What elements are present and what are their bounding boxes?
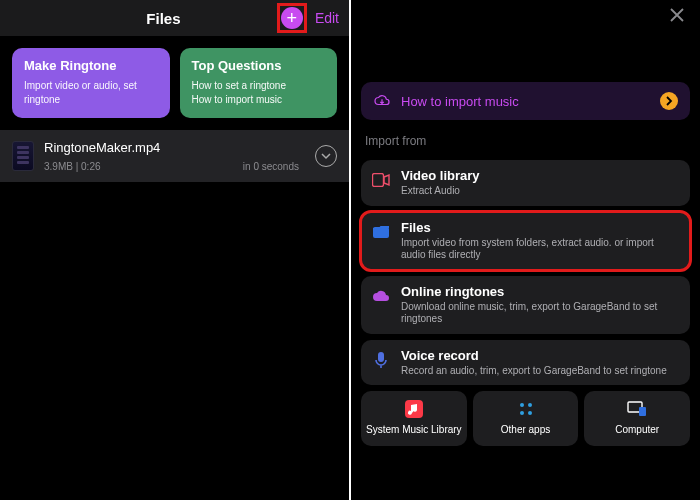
grid-computer[interactable]: Computer (584, 391, 690, 446)
file-age: in 0 seconds (243, 161, 299, 172)
bottom-grid: System Music Library Other apps Computer (361, 391, 690, 446)
grid-label: Other apps (501, 424, 550, 436)
option-title: Voice record (401, 348, 667, 363)
chevron-right-icon (665, 96, 673, 106)
svg-point-7 (528, 411, 532, 415)
grid-label: System Music Library (366, 424, 462, 436)
file-row[interactable]: RingtoneMaker.mp4 3.9MB | 0:26 in 0 seco… (0, 130, 349, 182)
folder-icon (371, 222, 391, 242)
grid-label: Computer (615, 424, 659, 436)
apps-grid-icon (516, 399, 536, 419)
banner-text: How to import music (401, 94, 650, 109)
option-video-library[interactable]: Video library Extract Audio (361, 160, 690, 206)
chevron-down-icon (321, 151, 331, 161)
add-button-highlight: + (277, 3, 307, 33)
edit-button[interactable]: Edit (307, 10, 339, 26)
plus-icon: + (287, 9, 298, 27)
left-body: Make Ringtone Import video or audio, set… (0, 36, 349, 500)
grid-other-apps[interactable]: Other apps (473, 391, 579, 446)
computer-icon (627, 399, 647, 419)
how-to-banner[interactable]: How to import music (361, 82, 690, 120)
top-questions-card[interactable]: Top Questions How to set a ringtone How … (180, 48, 338, 118)
card-title: Top Questions (192, 58, 326, 73)
file-meta: 3.9MB | 0:26 (44, 161, 101, 172)
option-desc: Record an audio, trim, export to GarageB… (401, 365, 667, 378)
svg-point-5 (528, 403, 532, 407)
option-title: Online ringtones (401, 284, 680, 299)
cloud-download-icon (373, 94, 391, 108)
grid-system-music[interactable]: System Music Library (361, 391, 467, 446)
section-label: Import from (351, 128, 700, 154)
page-title: Files (50, 10, 277, 27)
music-app-icon (404, 399, 424, 419)
option-voice-record[interactable]: Voice record Record an audio, trim, expo… (361, 340, 690, 386)
option-online-ringtones[interactable]: Online ringtones Download online music, … (361, 276, 690, 334)
sheet-topbar (351, 0, 700, 30)
cloud-icon (371, 286, 391, 306)
option-desc: Extract Audio (401, 185, 480, 198)
svg-point-6 (520, 411, 524, 415)
left-screen: Files + Edit Make Ringtone Import video … (0, 0, 349, 500)
option-desc: Import video from system folders, extrac… (401, 237, 680, 262)
add-button[interactable]: + (281, 7, 303, 29)
svg-point-4 (520, 403, 524, 407)
option-title: Files (401, 220, 680, 235)
file-thumbnail (12, 141, 34, 171)
svg-rect-2 (378, 352, 384, 362)
topbar: Files + Edit (0, 0, 349, 36)
video-icon (371, 170, 391, 190)
expand-button[interactable] (315, 145, 337, 167)
cards-row: Make Ringtone Import video or audio, set… (0, 36, 349, 126)
file-name: RingtoneMaker.mp4 (44, 140, 305, 155)
file-info: RingtoneMaker.mp4 3.9MB | 0:26 in 0 seco… (44, 140, 305, 172)
card-subtitle: How to set a ringtone How to import musi… (192, 79, 326, 106)
right-screen: How to import music Import from Video li… (349, 0, 700, 500)
option-desc: Download online music, trim, export to G… (401, 301, 680, 326)
close-icon[interactable] (668, 6, 686, 24)
microphone-icon (371, 350, 391, 370)
svg-rect-9 (639, 407, 646, 416)
card-subtitle: Import video or audio, set ringtone (24, 79, 158, 106)
make-ringtone-card[interactable]: Make Ringtone Import video or audio, set… (12, 48, 170, 118)
svg-rect-0 (373, 174, 384, 187)
banner-arrow (660, 92, 678, 110)
option-title: Video library (401, 168, 480, 183)
option-files[interactable]: Files Import video from system folders, … (361, 212, 690, 270)
card-title: Make Ringtone (24, 58, 158, 73)
